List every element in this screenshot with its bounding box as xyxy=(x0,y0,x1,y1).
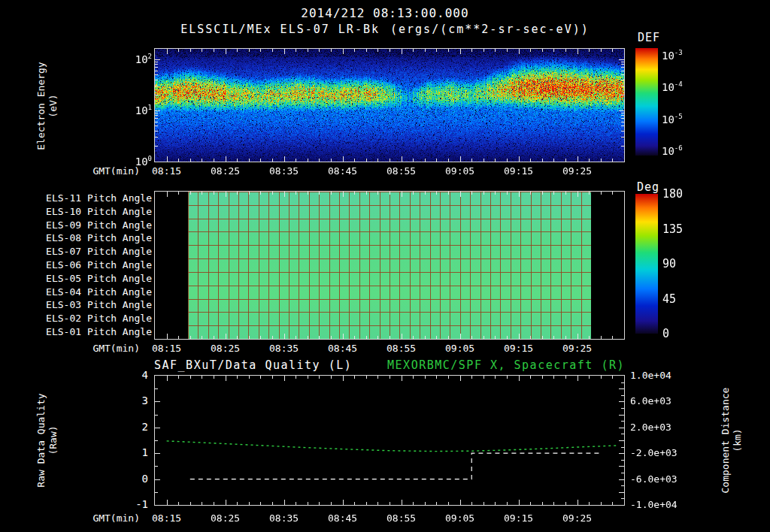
axis-tick xyxy=(308,502,308,505)
time-tick-label: 08:25 xyxy=(205,512,247,524)
exponent: 2 xyxy=(148,53,152,60)
axis-tick xyxy=(155,86,158,86)
axis-tick xyxy=(612,376,613,379)
right-axis-tick-label: 2.0e+03 xyxy=(630,422,671,433)
def-scale-label: 10-4 xyxy=(662,80,683,93)
axis-tick xyxy=(190,192,191,195)
axis-tick xyxy=(530,502,531,505)
axis-tick xyxy=(260,376,261,379)
axis-tick xyxy=(178,192,179,195)
axis-tick xyxy=(621,62,624,62)
axis-tick xyxy=(621,131,624,131)
axis-tick xyxy=(460,500,461,505)
deg-colorbar-title: Deg xyxy=(637,180,659,194)
axis-tick xyxy=(319,336,320,339)
axis-tick xyxy=(377,336,378,339)
axis-tick xyxy=(471,336,472,339)
axis-tick xyxy=(249,192,250,195)
axis-tick xyxy=(284,192,285,197)
axis-tick xyxy=(308,192,308,195)
axis-tick xyxy=(226,376,226,381)
axis-tick xyxy=(553,502,554,505)
axis-tick xyxy=(167,376,168,381)
axis-tick xyxy=(331,159,332,162)
axis-tick xyxy=(601,192,602,195)
axis-tick xyxy=(448,376,449,379)
axis-tick xyxy=(366,502,367,505)
left-axis-title-line2: (Raw) xyxy=(47,365,59,515)
axis-tick xyxy=(155,74,158,75)
axis-tick xyxy=(202,49,202,52)
axis-tick xyxy=(155,137,158,138)
axis-tick xyxy=(621,86,624,86)
axis-tick xyxy=(366,49,367,52)
axis-tick xyxy=(249,376,250,379)
time-tick-label: 08:35 xyxy=(263,512,305,524)
axis-tick xyxy=(460,156,461,162)
axis-tick xyxy=(519,376,520,381)
axis-tick xyxy=(495,376,496,379)
axis-tick xyxy=(226,192,226,197)
time-tick-label: 08:45 xyxy=(322,165,364,177)
axis-tick xyxy=(589,192,590,195)
axis-tick xyxy=(402,192,402,197)
axis-tick xyxy=(507,502,508,505)
axis-tick xyxy=(578,334,578,339)
axis-tick xyxy=(519,49,520,54)
axis-tick xyxy=(390,376,390,379)
axis-tick xyxy=(612,49,613,52)
axis-tick xyxy=(612,336,613,339)
axis-tick xyxy=(619,388,624,389)
pitch-angle-frame xyxy=(154,191,625,340)
axis-tick xyxy=(226,500,226,505)
axis-tick xyxy=(155,62,158,62)
axis-tick xyxy=(621,408,624,409)
pitch-row-label: ELS-03 Pitch Angle xyxy=(35,299,152,310)
axis-tick xyxy=(460,376,461,381)
pitch-angle-heatmap xyxy=(188,192,591,339)
axis-tick xyxy=(495,159,496,162)
axis-tick xyxy=(601,49,602,52)
time-tick-label: 09:25 xyxy=(556,512,599,524)
axis-tick xyxy=(565,49,566,52)
axis-tick xyxy=(621,395,624,396)
axis-tick xyxy=(425,192,426,195)
axis-tick xyxy=(178,502,179,505)
axis-tick xyxy=(413,192,414,195)
bottom-right-title: MEXORBMC/SPF X, Spacecraft (R) xyxy=(302,358,625,372)
axis-tick xyxy=(578,49,578,54)
axis-tick xyxy=(413,49,414,52)
axis-tick xyxy=(565,376,566,379)
time-tick-label: 09:15 xyxy=(498,343,540,354)
right-axis-title-line2: (km) xyxy=(732,365,744,515)
axis-tick xyxy=(621,113,624,113)
axis-tick xyxy=(436,49,437,52)
axis-tick xyxy=(202,502,202,505)
axis-tick xyxy=(237,192,238,195)
axis-tick xyxy=(377,49,378,52)
axis-tick xyxy=(202,159,202,162)
axis-tick xyxy=(377,376,378,379)
axis-tick xyxy=(272,336,273,339)
pitch-row-label: ELS-04 Pitch Angle xyxy=(35,286,152,298)
axis-tick xyxy=(612,502,613,505)
axis-tick xyxy=(331,49,332,52)
time-tick-label: 08:15 xyxy=(146,343,188,354)
axis-tick xyxy=(155,113,158,113)
axis-tick xyxy=(621,460,624,461)
axis-tick xyxy=(621,485,624,486)
axis-tick xyxy=(621,137,624,138)
axis-tick xyxy=(402,156,402,162)
axis-tick xyxy=(354,192,355,195)
axis-tick xyxy=(621,95,624,95)
axis-tick xyxy=(553,192,554,195)
axis-tick xyxy=(553,336,554,339)
axis-tick xyxy=(460,334,461,339)
axis-tick xyxy=(155,453,160,454)
axis-tick xyxy=(226,334,226,339)
def-scale-label: 10-3 xyxy=(662,49,683,62)
left-axis-tick-label: 0 xyxy=(117,473,148,485)
axis-tick xyxy=(460,192,461,197)
axis-tick xyxy=(226,49,226,54)
axis-tick xyxy=(589,502,590,505)
